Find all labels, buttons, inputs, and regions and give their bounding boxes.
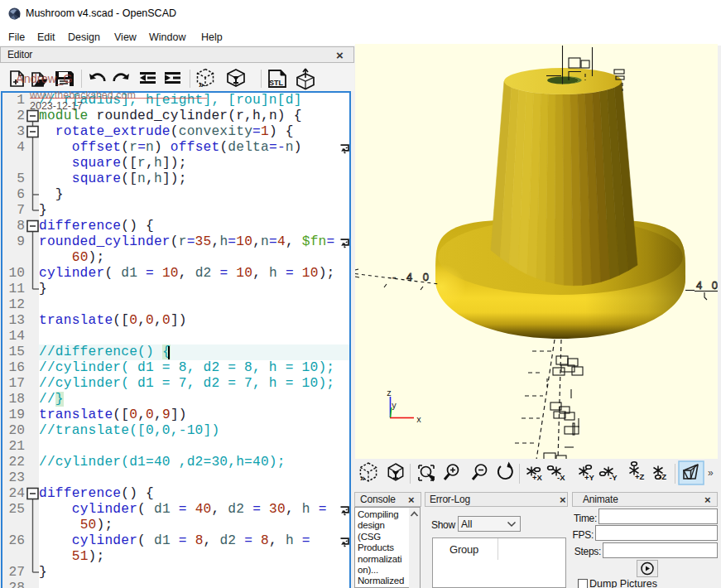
svg-text:»: »	[360, 473, 365, 483]
svg-text:+Z: +Z	[635, 472, 645, 481]
svg-text:z: z	[387, 389, 392, 398]
svg-text:+X: +X	[532, 473, 543, 482]
svg-text:y: y	[392, 402, 397, 411]
svg-text:-X: -X	[557, 473, 565, 482]
svg-text:-Y: -Y	[609, 473, 618, 482]
svg-text:-Z: -Z	[659, 472, 666, 481]
svg-text:+Y: +Y	[584, 473, 595, 482]
svg-text:x: x	[416, 416, 421, 425]
svg-text:»: »	[708, 467, 714, 479]
